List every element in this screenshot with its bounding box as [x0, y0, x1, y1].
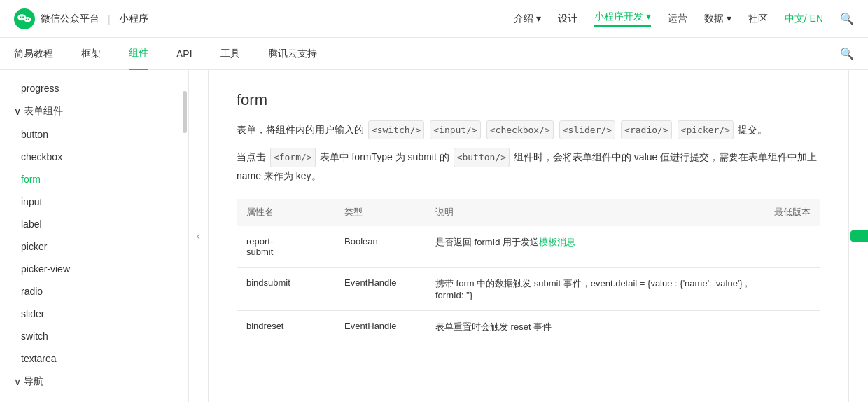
sidebar-group-nav[interactable]: ∨ 导航 [0, 370, 188, 394]
mini-program-label: 小程序 [119, 13, 148, 25]
code-switch: <switch/> [368, 120, 424, 139]
code-picker: <picker/> [678, 120, 734, 139]
cell-name-report-submit: report-submit [237, 226, 335, 267]
divider: | [108, 13, 111, 25]
nav-group-label: 导航 [24, 375, 43, 388]
cell-type-bindreset: EventHandle [335, 310, 426, 343]
data-arrow: ▾ [727, 13, 732, 24]
nav-item-data[interactable]: 数据 ▾ [704, 13, 732, 25]
desc2-mid: 表单中 formType 为 submit 的 [320, 151, 452, 162]
green-side-tab[interactable]: 开 [850, 230, 868, 242]
nav-item-minidev[interactable]: 小程序开发 ▾ [594, 11, 651, 27]
sidebar-item-switch[interactable]: switch [0, 325, 188, 347]
nav-item-community[interactable]: 社区 [748, 13, 768, 25]
main-layout: progress ∨ 表单组件 button checkbox form inp… [0, 70, 868, 402]
code-checkbox: <checkbox/> [486, 120, 554, 139]
table-header-row: 属性名 类型 说明 最低版本 [237, 199, 820, 226]
desc1-after: 提交。 [738, 124, 767, 135]
col-header-desc: 说明 [426, 199, 764, 226]
table-row-bindreset: bindreset EventHandle 表单重置时会触发 reset 事件 [237, 310, 820, 343]
search-icon-top[interactable]: 🔍 [840, 12, 854, 25]
sidebar-item-checkbox[interactable]: checkbox [0, 146, 188, 168]
sidebar-item-slider[interactable]: slider [0, 303, 188, 325]
left-arrow-icon: ‹ [197, 230, 200, 242]
col-header-name: 属性名 [237, 199, 335, 226]
sidebar-item-radio[interactable]: radio [0, 280, 188, 303]
col-header-type: 类型 [335, 199, 426, 226]
sidebar-item-button[interactable]: button [0, 123, 188, 146]
sidebar-item-form[interactable]: form [0, 168, 188, 190]
sidebar: progress ∨ 表单组件 button checkbox form inp… [0, 70, 189, 402]
top-navbar: 微信公众平台 | 小程序 介绍 ▾ 设计 小程序开发 ▾ 运营 数据 ▾ 社区 … [0, 0, 868, 38]
minidev-arrow: ▾ [646, 11, 651, 22]
svg-point-2 [20, 16, 21, 18]
nav-item-design[interactable]: 设计 [558, 13, 578, 25]
code-slider: <slider/> [559, 120, 615, 139]
desc2-before: 当点击 [237, 151, 269, 162]
sidebar-group-form[interactable]: ∨ 表单组件 [0, 99, 188, 123]
cell-desc-report-submit: 是否返回 formId 用于发送模板消息 [426, 226, 764, 267]
nav-item-ops[interactable]: 运营 [668, 13, 687, 25]
top-nav-right: 介绍 ▾ 设计 小程序开发 ▾ 运营 数据 ▾ 社区 中文/ EN 🔍 [514, 11, 854, 27]
wechat-icon [14, 8, 35, 29]
intro-arrow: ▾ [536, 13, 541, 24]
nav-item-intro[interactable]: 介绍 ▾ [514, 13, 541, 25]
form-group-caret: ∨ [14, 106, 21, 117]
code-button-tag: <button/> [454, 148, 510, 167]
subnav-framework[interactable]: 框架 [81, 38, 101, 70]
main-content-area: form 表单，将组件内的用户输入的 <switch/> <input/> <c… [209, 70, 848, 402]
form-group-label: 表单组件 [24, 105, 63, 118]
table-row-bindsubmit: bindsubmit EventHandle 携带 form 中的数据触发 su… [237, 267, 820, 310]
desc-paragraph-1: 表单，将组件内的用户输入的 <switch/> <input/> <checkb… [237, 120, 820, 139]
cell-type-report-submit: Boolean [335, 226, 426, 267]
lang-switcher[interactable]: 中文/ EN [785, 13, 823, 25]
sidebar-item-picker[interactable]: picker [0, 235, 188, 258]
nav-group-caret: ∨ [14, 376, 21, 387]
svg-point-3 [22, 16, 24, 18]
cell-type-bindsubmit: EventHandle [335, 267, 426, 310]
sidebar-item-progress[interactable]: progress [0, 77, 188, 99]
svg-point-6 [28, 18, 29, 20]
table-row-report-submit: report-submit Boolean 是否返回 formId 用于发送模板… [237, 226, 820, 267]
cell-ver-bindsubmit [764, 267, 820, 310]
template-msg-link[interactable]: 模板消息 [539, 237, 575, 247]
col-header-version: 最低版本 [764, 199, 820, 226]
code-form-tag: <form/> [270, 148, 316, 167]
sidebar-item-label[interactable]: label [0, 213, 188, 235]
svg-point-5 [26, 18, 27, 20]
attributes-table: 属性名 类型 说明 最低版本 report-submit Boolean 是否返… [237, 199, 820, 343]
sidebar-scrollbar[interactable] [183, 70, 187, 402]
subnav-api[interactable]: API [176, 38, 192, 70]
code-radio: <radio/> [621, 120, 672, 139]
subnav-tools[interactable]: 工具 [220, 38, 240, 70]
subnav-tutorial[interactable]: 简易教程 [14, 38, 53, 70]
search-icon-sub[interactable]: 🔍 [840, 47, 854, 60]
subnav-components[interactable]: 组件 [129, 38, 148, 70]
svg-point-4 [24, 17, 31, 22]
sidebar-item-textarea[interactable]: textarea [0, 347, 188, 370]
sidebar-item-input[interactable]: input [0, 190, 188, 213]
cell-ver-bindreset [764, 310, 820, 343]
scrollbar-thumb [183, 91, 187, 133]
cell-name-bindreset: bindreset [237, 310, 335, 343]
right-panel: › 开 [848, 70, 868, 402]
cell-ver-report-submit [764, 226, 820, 267]
code-input: <input/> [430, 120, 481, 139]
desc1-before: 表单，将组件内的用户输入的 [237, 124, 364, 135]
subnav-tencent[interactable]: 腾讯云支持 [268, 38, 317, 70]
sidebar-item-picker-view[interactable]: picker-view [0, 258, 188, 280]
logo-area: 微信公众平台 | 小程序 [14, 8, 148, 29]
nav-arrow-left[interactable]: ‹ [189, 70, 209, 402]
sub-navbar: 简易教程 框架 组件 API 工具 腾讯云支持 🔍 [0, 38, 868, 70]
platform-name: 微信公众平台 [41, 13, 99, 25]
page-title: form [237, 91, 820, 109]
cell-desc-bindsubmit: 携带 form 中的数据触发 submit 事件，event.detail = … [426, 267, 764, 310]
desc-paragraph-2: 当点击 <form/> 表单中 formType 为 submit 的 <but… [237, 148, 820, 185]
cell-desc-bindreset: 表单重置时会触发 reset 事件 [426, 310, 764, 343]
cell-name-bindsubmit: bindsubmit [237, 267, 335, 310]
